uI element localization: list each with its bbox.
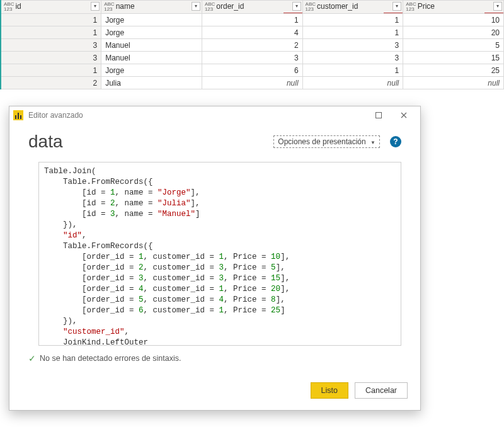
table-cell[interactable]: Jorge [101, 26, 202, 39]
error-indicator-icon [284, 13, 302, 14]
table-cell[interactable]: Jorge [101, 14, 202, 26]
table-cell[interactable]: 1 [302, 14, 403, 26]
cancel-button[interactable]: Cancelar [355, 382, 408, 399]
dialog-title: Editor avanzado [28, 111, 83, 120]
table-row[interactable]: 1Jorge1110 [1, 14, 504, 26]
table-row[interactable]: 1Jorge4120 [1, 26, 504, 39]
table-cell[interactable]: 2 [1, 77, 101, 89]
window-close-button[interactable] [391, 108, 416, 123]
table-cell[interactable]: 6 [202, 64, 302, 77]
chevron-down-icon: ▼ [370, 140, 375, 145]
window-maximize-button[interactable] [366, 108, 391, 123]
table-cell[interactable]: 15 [403, 52, 504, 64]
table-cell[interactable]: Julia [101, 77, 202, 89]
display-options-label: Opciones de presentación [278, 137, 365, 146]
column-header-name[interactable]: ABC123name▾ [101, 1, 202, 14]
column-name: id [15, 2, 21, 11]
datatype-icon: ABC123 [406, 2, 416, 12]
datatype-icon: ABC123 [104, 2, 114, 12]
column-header-Price[interactable]: ABC123Price▾ [403, 1, 504, 14]
data-table: ABC123id▾ABC123name▾ABC123order_id▾ABC12… [0, 0, 504, 89]
table-cell[interactable]: 1 [202, 14, 302, 26]
error-indicator-icon [384, 13, 403, 14]
table-cell[interactable]: 1 [1, 64, 101, 77]
syntax-status: ✓ No se han detectado errores de sintaxi… [28, 353, 401, 363]
table-cell[interactable]: 3 [302, 52, 403, 64]
column-filter-button[interactable]: ▾ [493, 2, 502, 11]
table-cell[interactable]: Jorge [101, 64, 202, 77]
table-cell[interactable]: 3 [302, 39, 403, 52]
table-cell[interactable]: 3 [1, 52, 101, 64]
svg-rect-0 [376, 113, 382, 118]
datatype-icon: ABC123 [4, 2, 14, 12]
column-filter-button[interactable]: ▾ [91, 2, 100, 11]
table-row[interactable]: 2Julianullnullnull [1, 77, 504, 89]
table-cell[interactable]: 3 [202, 52, 302, 64]
column-name: order_id [216, 2, 244, 11]
column-filter-button[interactable]: ▾ [292, 2, 301, 11]
column-name: customer_id [317, 2, 358, 11]
column-header-order_id[interactable]: ABC123order_id▾ [202, 1, 302, 14]
table-cell[interactable]: 4 [202, 26, 302, 39]
table-cell[interactable]: 1 [1, 26, 101, 39]
table-cell[interactable]: 1 [302, 64, 403, 77]
table-cell[interactable]: 1 [1, 14, 101, 26]
table-cell[interactable]: 1 [302, 26, 403, 39]
table-cell[interactable]: 10 [403, 14, 504, 26]
done-button[interactable]: Listo [311, 382, 348, 399]
column-header-customer_id[interactable]: ABC123customer_id▾ [302, 1, 403, 14]
datatype-icon: ABC123 [205, 2, 215, 12]
table-cell[interactable]: null [403, 77, 504, 89]
table-cell[interactable]: 25 [403, 64, 504, 77]
query-name-heading: data [28, 132, 273, 152]
table-cell[interactable]: 2 [202, 39, 302, 52]
column-filter-button[interactable]: ▾ [192, 2, 200, 11]
table-row[interactable]: 3Manuel235 [1, 39, 504, 52]
help-icon[interactable]: ? [390, 136, 401, 147]
display-options-dropdown[interactable]: Opciones de presentación ▼ [273, 135, 380, 148]
dialog-titlebar: Editor avanzado [9, 106, 420, 124]
table-row[interactable]: 1Jorge6125 [1, 64, 504, 77]
code-editor[interactable]: Table.Join( Table.FromRecords({ [id = 1,… [38, 162, 401, 346]
powerbi-logo-icon [13, 110, 23, 120]
error-indicator-icon [484, 13, 503, 14]
column-header-id[interactable]: ABC123id▾ [1, 1, 101, 14]
table-cell[interactable]: null [302, 77, 403, 89]
datatype-icon: ABC123 [306, 2, 316, 12]
column-name: Price [418, 2, 435, 11]
table-cell[interactable]: 3 [1, 39, 101, 52]
table-row[interactable]: 3Manuel3315 [1, 52, 504, 64]
check-icon: ✓ [28, 353, 36, 363]
syntax-status-text: No se han detectado errores de sintaxis. [40, 354, 181, 363]
advanced-editor-dialog: Editor avanzado data Opciones de present… [9, 106, 421, 411]
table-cell[interactable]: 20 [403, 26, 504, 39]
column-filter-button[interactable]: ▾ [392, 2, 401, 11]
table-cell[interactable]: Manuel [101, 39, 202, 52]
column-name: name [116, 2, 135, 11]
table-cell[interactable]: 5 [403, 39, 504, 52]
table-cell[interactable]: Manuel [101, 52, 202, 64]
table-cell[interactable]: null [202, 77, 302, 89]
